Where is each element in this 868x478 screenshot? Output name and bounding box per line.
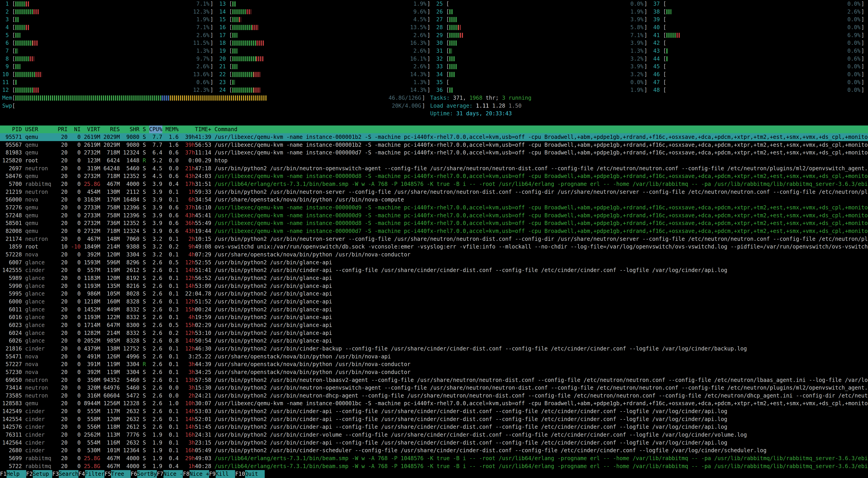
fn-key-f9[interactable]: F9Kill — [209, 470, 235, 478]
cell-pid: 125820 — [2, 157, 22, 165]
cell-res: 214M — [103, 243, 120, 251]
process-row[interactable]: 57248qemu2002733M758M12396S3.90.643h45:4… — [0, 212, 868, 219]
process-row[interactable]: 128583qemu2008944M1256M12328S2.61.010h30… — [0, 399, 868, 408]
column-header-command[interactable]: Command — [215, 125, 868, 133]
process-row[interactable]: 142554cinder200558M120M2632S2.60.114h52:… — [0, 415, 868, 423]
process-row[interactable]: 58501qemu2002732M736M12352S3.90.636h55:4… — [0, 219, 868, 227]
process-row[interactable]: 6016glance2001193M122M8332S2.60.14h19:59… — [0, 313, 868, 321]
meter-track: 11.5% — [16, 39, 210, 47]
process-row[interactable]: 81983qemu2002732M718M12324S6.40.637h11:1… — [0, 149, 868, 157]
meter-track: 16.3% — [232, 39, 427, 47]
cpu-meter-2: 2[12.3%] — [2, 8, 217, 16]
process-row[interactable]: 5995glance200986M105M8028S2.60.122:04.78… — [0, 290, 868, 298]
fn-key-f7[interactable]: F7Nice - — [157, 470, 183, 478]
process-row[interactable]: 73414neutron200320M649765460S2.60.03h15:… — [0, 384, 868, 392]
cell-pri: 20 — [58, 447, 68, 454]
time-hours: 4h — [188, 314, 195, 320]
cell-mem-percent: 0.1 — [165, 235, 179, 243]
process-row[interactable]: 73585neutron200316M606045472S2.60.02h24:… — [0, 392, 868, 400]
cell-res: 60604 — [103, 392, 120, 400]
cell-mem-percent: 0.1 — [165, 360, 179, 368]
process-row[interactable]: 82008qemu2002732M718M12324S3.90.643h19:4… — [0, 227, 868, 235]
meter-open-bracket: [ — [446, 55, 449, 63]
process-row[interactable]: 57230nova200392M119M3304S2.60.13h34:25/u… — [0, 368, 868, 376]
fn-key-f2[interactable]: F2Setup — [26, 470, 53, 478]
process-row[interactable]: 69650neutron200350M943525460S2.60.113h57… — [0, 376, 868, 384]
column-header-s[interactable]: S — [143, 125, 146, 133]
meter-open-bracket: [ — [12, 70, 15, 79]
process-row[interactable]: 6024glance2001282M214M8332S2.60.212h53:1… — [0, 329, 868, 337]
process-row[interactable]: 6011glance2001452M449M8332S2.60.315h00:2… — [0, 306, 868, 313]
column-header-pid[interactable]: PID — [2, 125, 22, 133]
process-row[interactable]: 5990glance2001193M135M8216S2.60.114h53:0… — [0, 282, 868, 290]
process-row[interactable]: 5699rabbitmq20025.8G467M4000S1.90.429h49… — [0, 454, 868, 462]
cell-pid: 57227 — [2, 360, 22, 368]
process-row[interactable]: 6023glance2001714M647M8300S2.60.515h02:2… — [0, 321, 868, 329]
process-row[interactable]: 1859root10-101849M214M9388S3.20.29h49:08… — [0, 243, 868, 251]
column-header-time[interactable]: TIME+ — [182, 125, 211, 133]
process-row[interactable]: 142564cinder200554M116M2632S1.90.13h23:1… — [0, 439, 868, 447]
process-row[interactable]: 55471nova200491M126M4996S2.60.13:25.22/u… — [0, 353, 868, 361]
fn-key-f4[interactable]: F4Filter — [79, 470, 105, 478]
cell-pid: 58476 — [2, 172, 22, 180]
cell-shr: 3304 — [123, 251, 140, 259]
column-header-virt[interactable]: VIRT — [84, 125, 100, 133]
process-row[interactable]: 5700rabbitmq20025.8G467M4000S3.90.417h31… — [0, 180, 868, 188]
cell-res: 6424 — [103, 157, 120, 165]
process-row[interactable]: 76311cinder2002562M113M7776S1.90.116h24:… — [0, 431, 868, 439]
cell-command: /usr/bin/python2 /usr/bin/neutron-server… — [215, 188, 868, 196]
cell-pid: 6007 — [2, 259, 22, 267]
cell-user: qemu — [25, 133, 55, 141]
process-row[interactable]: 142549cinder200555M117M2632S2.60.114h53:… — [0, 408, 868, 415]
meter-bar-segment — [450, 88, 453, 93]
column-header-mem[interactable]: MEM% — [165, 125, 179, 133]
column-header-pri[interactable]: PRI — [58, 125, 68, 133]
process-row[interactable]: 2680cinder200530M101M12364S1.90.116h05:4… — [0, 447, 868, 454]
process-row[interactable]: 21174neutron200467M148M7060S3.20.12h10:1… — [0, 235, 868, 243]
column-header-cpu[interactable]: CPU% — [149, 125, 162, 133]
fn-key-f6[interactable]: F6SortBy — [131, 470, 157, 478]
process-row[interactable]: 142555cinder200557M119M2612S2.60.114h51:… — [0, 266, 868, 274]
meter-open-bracket: [ — [446, 31, 449, 39]
fn-key-f3[interactable]: F3Search — [52, 470, 79, 478]
process-row[interactable]: 125820root200123M64241448R5.20.00:00.29h… — [0, 157, 868, 165]
meter-close-bracket: ] — [422, 102, 425, 110]
process-row[interactable]: 57227nova200391M119M3304R2.60.13h44:39/u… — [0, 360, 868, 368]
meter-value: 0.0% — [847, 16, 861, 24]
fn-key-f8[interactable]: F8Nice + — [183, 470, 209, 478]
process-row[interactable]: 142576cinder200556M118M2612S2.60.114h51:… — [0, 423, 868, 431]
cell-time: 15h02:29 — [182, 321, 211, 329]
cell-ni: 0 — [71, 227, 81, 235]
process-row[interactable]: 95567qemu2002619M2029M9080S7.71.639h56:5… — [0, 141, 868, 149]
process-row[interactable]: 57228nova200392M120M3304S3.20.14h07:29/u… — [0, 251, 868, 259]
process-row[interactable]: 6026glance2002052M985M8328S2.60.814h50:5… — [0, 337, 868, 345]
meter-bar-segment — [232, 1, 236, 6]
cell-mem-percent: 0.0 — [165, 392, 179, 400]
process-row[interactable]: 56000nova2003163M176M16484S3.90.16h34:54… — [0, 196, 868, 204]
column-header-ni[interactable]: NI — [71, 125, 81, 133]
column-header-user[interactable]: USER — [25, 125, 55, 133]
process-row[interactable]: 95571qemu2002619M2029M9080S7.71.639h41:3… — [0, 133, 868, 141]
fn-key-f5[interactable]: F5Tree — [104, 470, 131, 478]
column-header-res[interactable]: RES — [103, 125, 120, 133]
threads-suffix: thr; — [483, 95, 502, 101]
process-row[interactable]: 21816cinder2004379M138M12752S2.60.112h46… — [0, 345, 868, 353]
cpu-meter-4: 4[7.1%] — [2, 24, 217, 31]
cell-time: 21h47:18 — [182, 165, 211, 173]
column-header-shr[interactable]: SHR — [123, 125, 140, 133]
process-row[interactable]: 6000glance2001218M160M8328S2.60.112h51:5… — [0, 298, 868, 306]
process-row[interactable]: 58476qemu2002732M718M12352S4.50.643h24:0… — [0, 172, 868, 180]
cell-user: glance — [25, 313, 55, 321]
cell-virt: 2619M — [84, 141, 100, 149]
cell-pid: 5990 — [2, 282, 22, 290]
process-row[interactable]: 6007glance2001593M596M8296S2.60.512h52:5… — [0, 259, 868, 267]
fn-key-f10[interactable]: F10Quit — [235, 470, 265, 478]
meter-caption: 6 — [2, 39, 9, 47]
cell-time: 43h45:41 — [182, 212, 211, 219]
process-row[interactable]: 5722rabbitmq20025.8G467M4000S1.90.41h40:… — [0, 462, 868, 470]
process-row[interactable]: 21219neutron200454M130M2112S3.90.11h59:3… — [0, 188, 868, 196]
process-row[interactable]: 57276qemu2002733M758M12396S3.90.637h16:1… — [0, 204, 868, 212]
process-row[interactable]: 2697neutron200319M642485460S4.50.021h47:… — [0, 165, 868, 173]
fn-key-f1[interactable]: F1Help — [0, 470, 26, 478]
process-row[interactable]: 5989glance2001183M120M8192S2.60.112h56:5… — [0, 274, 868, 282]
